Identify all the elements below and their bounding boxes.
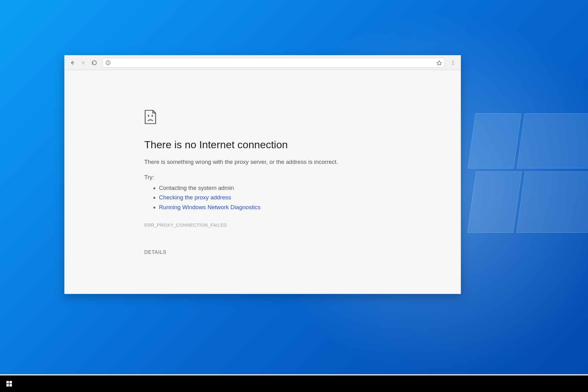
- browser-menu-button[interactable]: [448, 58, 458, 67]
- desktop-wallpaper: There is no Internet connection There is…: [0, 0, 588, 392]
- bookmark-star-icon[interactable]: [436, 60, 442, 66]
- reload-button[interactable]: [90, 58, 99, 67]
- error-page: There is no Internet connection There is…: [65, 70, 461, 294]
- suggestion-contact-admin: Contacting the system admin: [159, 183, 461, 193]
- address-bar[interactable]: [103, 58, 445, 68]
- address-input[interactable]: [113, 60, 434, 65]
- svg-rect-9: [148, 115, 149, 117]
- back-button[interactable]: [68, 58, 77, 67]
- svg-rect-13: [6, 384, 9, 386]
- error-subtitle: There is something wrong with the proxy …: [144, 159, 461, 165]
- svg-point-8: [453, 64, 454, 65]
- wallpaper-decoration: [467, 172, 522, 233]
- error-code: ERR_PROXY_CONNECTION_FAILED: [144, 222, 461, 228]
- svg-rect-10: [152, 115, 153, 117]
- svg-rect-14: [9, 384, 12, 386]
- svg-point-7: [453, 62, 454, 63]
- svg-point-4: [108, 61, 108, 62]
- browser-toolbar: [65, 55, 461, 70]
- svg-point-6: [453, 61, 454, 62]
- site-info-icon[interactable]: [105, 60, 111, 66]
- run-diagnostics-link[interactable]: Running Windows Network Diagnostics: [159, 204, 261, 210]
- browser-window: There is no Internet connection There is…: [64, 55, 461, 294]
- wallpaper-decoration: [516, 172, 588, 233]
- check-proxy-link[interactable]: Checking the proxy address: [159, 194, 231, 201]
- svg-rect-11: [6, 381, 9, 383]
- wallpaper-decoration: [517, 113, 588, 168]
- wallpaper-decoration: [468, 113, 521, 168]
- forward-button[interactable]: [79, 58, 88, 67]
- details-button[interactable]: DETAILS: [144, 250, 167, 255]
- suggestion-list: Contacting the system admin Checking the…: [144, 183, 461, 212]
- sad-document-icon: [144, 110, 156, 124]
- try-label: Try:: [144, 174, 461, 181]
- svg-marker-5: [437, 61, 442, 65]
- suggestion-run-diagnostics: Running Windows Network Diagnostics: [159, 202, 461, 212]
- error-title: There is no Internet connection: [144, 139, 461, 151]
- start-button[interactable]: [2, 376, 17, 391]
- suggestion-check-proxy: Checking the proxy address: [159, 193, 461, 202]
- svg-rect-12: [9, 381, 12, 383]
- taskbar: [0, 375, 588, 392]
